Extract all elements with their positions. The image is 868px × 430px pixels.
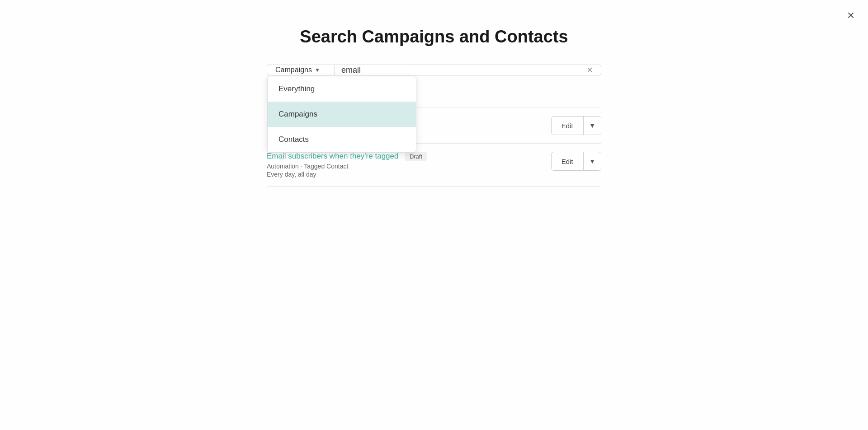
clear-search-button[interactable]: × xyxy=(585,65,594,75)
draft-badge: Draft xyxy=(405,152,427,161)
filter-selected-label: Campaigns xyxy=(275,66,312,74)
search-bar: Campaigns ▼ × Everything Campaigns Conta… xyxy=(267,65,601,75)
search-input-wrapper: × xyxy=(335,65,601,75)
edit-button-group-1: Edit ▼ xyxy=(551,116,601,135)
filter-dropdown-trigger[interactable]: Campaigns ▼ xyxy=(267,65,335,75)
result-info-2: Email subscribers when they're tagged Dr… xyxy=(267,152,542,178)
dropdown-item-contacts[interactable]: Contacts xyxy=(268,127,416,152)
search-input[interactable] xyxy=(341,65,581,75)
result-title-2[interactable]: Email subscribers when they're tagged xyxy=(267,152,398,160)
filter-dropdown-menu: Everything Campaigns Contacts xyxy=(267,76,416,153)
filter-caret-icon: ▼ xyxy=(315,67,320,73)
close-button[interactable]: × xyxy=(847,9,854,22)
edit-button-group-2: Edit ▼ xyxy=(551,152,601,171)
dropdown-item-campaigns[interactable]: Campaigns xyxy=(268,102,416,127)
edit-chevron-button-1[interactable]: ▼ xyxy=(584,117,601,134)
result-meta-2: Automation · Tagged Contact xyxy=(267,163,542,170)
result-schedule-2: Every day, all day xyxy=(267,171,542,178)
dropdown-item-everything[interactable]: Everything xyxy=(268,76,416,102)
modal-overlay: × Search Campaigns and Contacts Campaign… xyxy=(0,0,868,430)
modal-title: Search Campaigns and Contacts xyxy=(300,27,568,47)
edit-button-1[interactable]: Edit xyxy=(552,117,583,134)
result-title-row: Email subscribers when they're tagged Dr… xyxy=(267,152,542,161)
edit-chevron-button-2[interactable]: ▼ xyxy=(584,153,601,169)
edit-button-2[interactable]: Edit xyxy=(552,153,583,170)
